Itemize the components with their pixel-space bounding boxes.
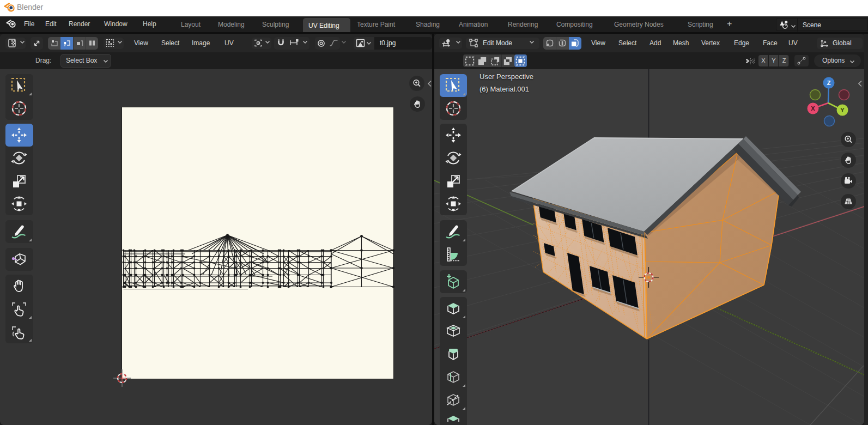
svg-text:X: X <box>811 105 815 112</box>
svg-text:Y: Y <box>840 107 845 113</box>
svg-text:Z: Z <box>827 80 831 86</box>
